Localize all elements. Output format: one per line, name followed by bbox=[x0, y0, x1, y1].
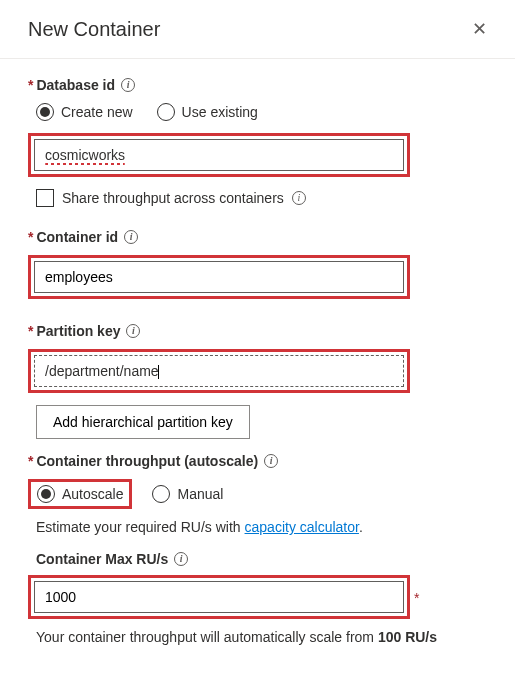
info-icon[interactable]: i bbox=[126, 324, 140, 338]
database-id-input[interactable]: cosmicworks bbox=[34, 139, 404, 171]
close-icon: ✕ bbox=[472, 19, 487, 39]
highlight-box bbox=[28, 575, 410, 619]
estimate-text: Estimate your required RU/s with capacit… bbox=[36, 519, 487, 535]
max-ru-input[interactable] bbox=[34, 581, 404, 613]
throughput-label: *Container throughput (autoscale) i bbox=[28, 453, 278, 469]
close-button[interactable]: ✕ bbox=[468, 14, 491, 44]
radio-label: Use existing bbox=[182, 104, 258, 120]
radio-icon bbox=[157, 103, 175, 121]
highlight-box bbox=[28, 255, 410, 299]
add-hierarchical-pk-button[interactable]: Add hierarchical partition key bbox=[36, 405, 250, 439]
container-id-input[interactable] bbox=[34, 261, 404, 293]
info-icon[interactable]: i bbox=[264, 454, 278, 468]
highlight-box: cosmicworks bbox=[28, 133, 410, 177]
required-marker: * bbox=[414, 590, 419, 606]
highlight-box: /department/name bbox=[28, 349, 410, 393]
partition-key-input[interactable]: /department/name bbox=[34, 355, 404, 387]
radio-icon bbox=[152, 485, 170, 503]
max-ru-label: Container Max RU/s i bbox=[36, 551, 188, 567]
share-throughput-label: Share throughput across containers bbox=[62, 190, 284, 206]
capacity-calculator-link[interactable]: capacity calculator bbox=[245, 519, 359, 535]
share-throughput-checkbox[interactable] bbox=[36, 189, 54, 207]
manual-radio[interactable]: Manual bbox=[152, 485, 223, 503]
partition-key-label: *Partition key i bbox=[28, 323, 140, 339]
panel-title: New Container bbox=[28, 18, 160, 41]
autoscale-radio[interactable]: Autoscale bbox=[37, 485, 123, 503]
info-icon[interactable]: i bbox=[124, 230, 138, 244]
info-icon[interactable]: i bbox=[121, 78, 135, 92]
radio-label: Create new bbox=[61, 104, 133, 120]
create-new-radio[interactable]: Create new bbox=[36, 103, 133, 121]
radio-label: Autoscale bbox=[62, 486, 123, 502]
radio-icon bbox=[36, 103, 54, 121]
highlight-box: Autoscale bbox=[28, 479, 132, 509]
container-id-label: *Container id i bbox=[28, 229, 138, 245]
radio-label: Manual bbox=[177, 486, 223, 502]
use-existing-radio[interactable]: Use existing bbox=[157, 103, 258, 121]
database-id-label: *Database id i bbox=[28, 77, 135, 93]
radio-icon bbox=[37, 485, 55, 503]
info-icon[interactable]: i bbox=[292, 191, 306, 205]
scale-note: Your container throughput will automatic… bbox=[36, 629, 487, 645]
info-icon[interactable]: i bbox=[174, 552, 188, 566]
